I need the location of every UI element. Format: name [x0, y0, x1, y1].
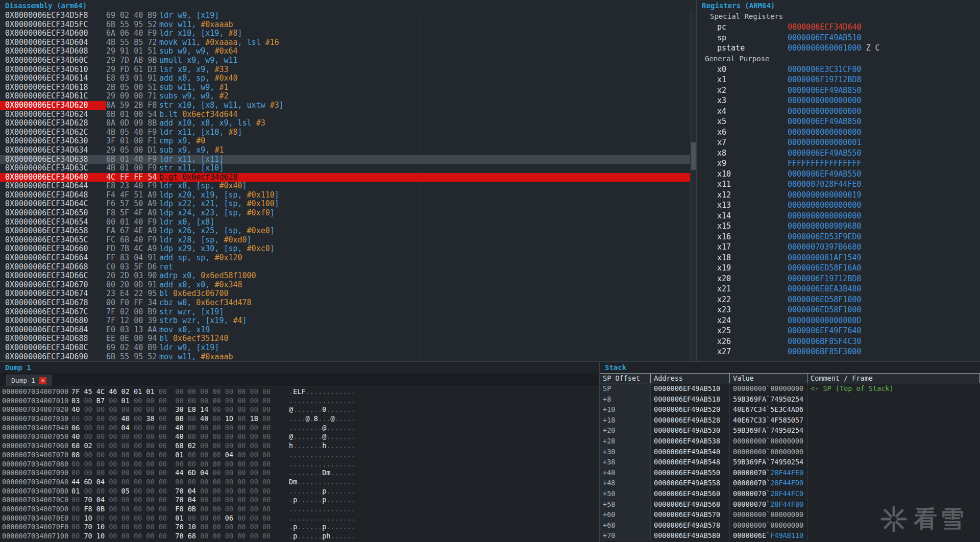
disassembly-scrollbar-thumb[interactable]	[691, 142, 696, 170]
disassembly-row[interactable]: 0X0000006ECF34D63429 05 00 D1sub x9, x9,…	[0, 146, 691, 155]
dump-row[interactable]: 00000070340070007F 45 4C 46 02 01 01 00 …	[0, 387, 599, 397]
stack-value[interactable]: 00000070`28F44FB0	[730, 499, 807, 510]
register-row[interactable]: pc0000006ECF34D640	[697, 22, 980, 33]
disassembly-row[interactable]: 0X0000006ECF34D6182B 05 00 51sub w11, w9…	[0, 83, 691, 92]
dump-row[interactable]: 000000703400706068 02 00 00 00 00 00 00 …	[0, 441, 599, 451]
disassembly-row[interactable]: 0X0000006ECF34D658FA 67 4E A9ldp x26, x2…	[0, 227, 691, 236]
register-row[interactable]: x50000006EF49AB850	[697, 116, 980, 127]
stack-row[interactable]: +300000006EF49AB54000000000`00000000	[600, 447, 980, 457]
register-value[interactable]: 0000006EF49AB850	[788, 116, 862, 127]
register-value[interactable]: 0000000000000000	[788, 211, 862, 221]
register-value[interactable]: 0000000000000019	[788, 190, 862, 201]
dump-row[interactable]: 00000070340070A044 6D 04 00 00 00 00 00 …	[0, 478, 599, 487]
disassembly-row[interactable]: 0X0000006ECF34D648F4 4F 51 A9ldp x20, x1…	[0, 191, 691, 200]
register-value[interactable]: 000000000000000D	[788, 315, 862, 326]
disassembly-row[interactable]: 0X0000006ECF34D688EE 0E 00 94bl 0x6ecf35…	[0, 334, 691, 343]
dump-row[interactable]: 000000703400705040 00 00 00 00 00 00 00 …	[0, 432, 599, 441]
disassembly-row[interactable]: 0X0000006ECF34D650F8 5F 4F A9ldp x24, x2…	[0, 209, 691, 218]
stack-value[interactable]: 00000070`28F44FC0	[730, 488, 807, 499]
stack-row[interactable]: +180000006EF49AB52840E67C33`4F585057	[600, 415, 980, 426]
register-value[interactable]: 0000006EF49AB850	[788, 85, 862, 96]
register-row[interactable]: x9FFFFFFFFFFFFFFFF	[697, 158, 980, 169]
register-value[interactable]: 0000000060001000	[788, 43, 862, 54]
stack-row[interactable]: +100000006EF49AB52040E67C34`5E3C4AD6	[600, 404, 980, 415]
disassembly-row[interactable]: 0X0000006ECF34D6200A 59 2B F8str x10, [x…	[0, 101, 691, 110]
stack-row[interactable]: +480000006EF49AB55800000070`28F44FD0	[600, 478, 980, 488]
register-row[interactable]: x100000006EF49AB550	[697, 169, 980, 180]
register-row[interactable]: x40000000000000000	[697, 106, 980, 117]
register-value[interactable]: 0000006F19712BD8	[788, 75, 862, 85]
dump-row[interactable]: 000000703400707008 00 00 00 00 00 00 00 …	[0, 451, 599, 460]
dump-row[interactable]: 000000703400709000 00 00 00 00 00 00 00 …	[0, 469, 599, 478]
register-row[interactable]: x120000000000000019	[697, 190, 980, 201]
disassembly-row[interactable]: 0X0000006ECF34D63C4B 01 00 F9str x11, [x…	[0, 164, 691, 173]
disassembly-row[interactable]: 0X0000006ECF34D6386B 01 40 F9ldr x11, [x…	[0, 155, 691, 164]
register-row[interactable]: x230000006ED58F1000	[697, 305, 980, 315]
register-row[interactable]: x190000006ED58F16A0	[697, 263, 980, 274]
dump-row[interactable]: 00000070340070B001 00 00 00 05 00 00 00 …	[0, 487, 599, 496]
disassembly-row[interactable]: 0X0000006ECF34D6044B 55 B5 72movk w11, #…	[0, 38, 691, 47]
register-row[interactable]: x70000000000000001	[697, 137, 980, 148]
dump-row[interactable]: 00000070340070D000 F8 0B 00 00 00 00 00 …	[0, 505, 599, 514]
stack-row[interactable]: +280000006EF49AB53800000000`00000000	[600, 436, 980, 447]
stack-row[interactable]: SP0000006EF49AB51000000000`00000000<- SP…	[600, 383, 980, 394]
disassembly-row[interactable]: 0X0000006ECF34D67423 E4 22 95bl 0x6ed3c0…	[0, 289, 691, 299]
register-row[interactable]: x24000000000000000D	[697, 315, 980, 326]
dump-row[interactable]: 00000070340070C000 70 04 00 00 00 00 00 …	[0, 496, 599, 505]
register-value[interactable]: 0000006ED58F1000	[788, 305, 862, 315]
dump-row[interactable]: 000000703400704006 00 00 00 04 00 00 00 …	[0, 424, 599, 433]
stack-row[interactable]: +600000006EF49AB57000000000`00000000	[600, 509, 980, 520]
register-value[interactable]: 0000006E3C31CF00	[788, 64, 862, 75]
register-value[interactable]: 0000006EF49AB510	[788, 33, 862, 43]
register-row[interactable]: x270000006BF85F3000	[697, 347, 980, 357]
disassembly-row[interactable]: 0X0000006ECF34D6280A 0D 09 8Badd x10, x8…	[0, 119, 691, 128]
stack-value[interactable]: 59B369FA`74950254	[730, 457, 807, 467]
register-value[interactable]: 0000006EF49AB550	[788, 148, 862, 159]
stack-row[interactable]: +380000006EF49AB54859B369FA`74950254	[600, 457, 980, 467]
register-value[interactable]: 0000000000000000	[788, 95, 862, 106]
register-value[interactable]: 0000006E0EA3B480	[788, 284, 862, 294]
stack-value[interactable]: 59B369FA`74950254	[730, 425, 807, 436]
stack-value[interactable]: 00000070`28F44FD0	[730, 478, 807, 488]
stack-row[interactable]: +400000006EF49AB55000000070`28F44FE0	[600, 467, 980, 478]
stack-row[interactable]: +80000006EF49AB51859B369FA`74950254	[600, 394, 980, 405]
register-value[interactable]: 0000006F19712BD8	[788, 274, 862, 284]
disassembly-row[interactable]: 0X0000006ECF34D65CFC 6B 40 F9ldr x28, [s…	[0, 236, 691, 245]
register-row[interactable]: x260000006BF85F4C30	[697, 336, 980, 347]
disassembly-row[interactable]: 0X0000006ECF34D6807F 12 00 39strb wzr, […	[0, 316, 691, 326]
disassembly-row[interactable]: 0X0000006ECF34D6303F 01 00 F1cmp x9, #0	[0, 137, 691, 146]
disassembly-row[interactable]: 0X0000006ECF34D664FF 83 04 91add sp, sp,…	[0, 254, 691, 263]
register-value[interactable]: 0000006ED58F1000	[788, 294, 862, 305]
register-value[interactable]: 0000000000000001	[788, 137, 862, 148]
stack-value[interactable]: 0000006E`F49AB110	[730, 530, 807, 541]
disassembly-row[interactable]: 0X0000006ECF34D5FC6B 55 95 52mov w11, #0…	[0, 20, 691, 30]
register-value[interactable]: 0000000081AF1549	[788, 253, 862, 263]
disassembly-row[interactable]: 0X0000006ECF34D6006A 06 40 F9ldr x10, [x…	[0, 29, 691, 38]
disassembly-row[interactable]: 0X0000006ECF34D64CF6 57 50 A9ldp x22, x2…	[0, 200, 691, 209]
stack-value[interactable]: 00000000`00000000	[730, 520, 807, 531]
register-row[interactable]: x200000006F19712BD8	[697, 274, 980, 284]
disassembly-row[interactable]: 0X0000006ECF34D6404C FF FF 54b.gt 0x6ecf…	[0, 173, 691, 182]
register-value[interactable]: 0000006EF49AB550	[788, 169, 862, 180]
stack-value[interactable]: 00000000`00000000	[730, 436, 807, 447]
disassembly-row[interactable]: 0X0000006ECF34D5F869 02 40 B9ldr w9, [x1…	[0, 11, 691, 20]
disassembly-row[interactable]: 0X0000006ECF34D61029 FD 61 D3lsr x9, x9,…	[0, 65, 691, 75]
stack-value[interactable]: 40E67C34`5E3C4AD6	[730, 404, 807, 415]
register-value[interactable]: 0000006ED58F16A0	[788, 263, 862, 274]
dump-tab[interactable]: Dump 1 ×	[6, 375, 52, 386]
register-row[interactable]: x110000007028F44FE0	[697, 179, 980, 190]
register-value[interactable]: 0000000000000000	[788, 200, 862, 211]
register-row[interactable]: pstate0000000060001000Z C	[697, 43, 980, 54]
register-row[interactable]: x60000000000000000	[697, 127, 980, 138]
stack-value[interactable]: 00000000`00000000	[730, 509, 807, 520]
register-row[interactable]: x1700000070397B6680	[697, 242, 980, 253]
disassembly-row[interactable]: 0X0000006ECF34D614E8 03 01 91add x8, sp,…	[0, 74, 691, 83]
register-row[interactable]: x130000000000000000	[697, 200, 980, 211]
disassembly-row[interactable]: 0X0000006ECF34D68C69 02 40 B9ldr w9, [x1…	[0, 343, 691, 353]
register-value[interactable]: 0000000000000000	[788, 127, 862, 138]
register-row[interactable]: x140000000000000000	[697, 211, 980, 221]
register-row[interactable]: x10000006F19712BD8	[697, 75, 980, 85]
tab-close-icon[interactable]: ×	[39, 377, 46, 384]
register-row[interactable]: x150000000000989680	[697, 221, 980, 232]
dump-row[interactable]: 000000703400702040 00 00 00 00 00 00 00 …	[0, 405, 599, 414]
